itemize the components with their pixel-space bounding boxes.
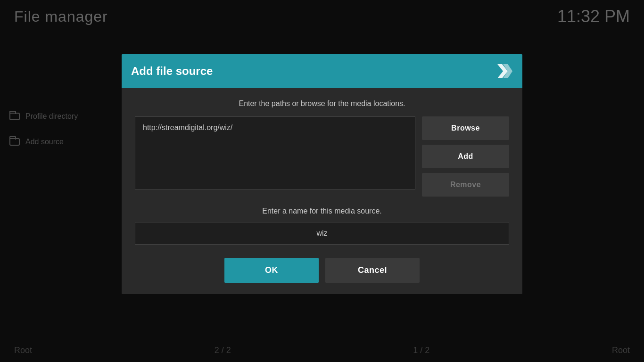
kodi-logo-icon bbox=[494, 62, 513, 81]
name-instruction: Enter a name for this media source. bbox=[135, 207, 509, 215]
cancel-button[interactable]: Cancel bbox=[325, 258, 420, 283]
dialog-instruction: Enter the paths or browse for the media … bbox=[135, 99, 509, 108]
url-row: Browse Add Remove bbox=[135, 116, 509, 197]
url-input[interactable] bbox=[135, 116, 415, 189]
dialog-header: Add file source bbox=[122, 54, 522, 88]
add-button[interactable]: Add bbox=[422, 145, 509, 168]
browse-button[interactable]: Browse bbox=[422, 116, 509, 140]
remove-button[interactable]: Remove bbox=[422, 173, 509, 197]
action-buttons: Browse Add Remove bbox=[422, 116, 509, 197]
dialog-body: Enter the paths or browse for the media … bbox=[122, 88, 522, 294]
name-input[interactable] bbox=[135, 222, 509, 245]
add-file-source-dialog: Add file source Enter the paths or brows… bbox=[122, 54, 522, 294]
ok-button[interactable]: OK bbox=[224, 258, 319, 283]
dialog-title: Add file source bbox=[131, 65, 213, 78]
bottom-buttons: OK Cancel bbox=[135, 258, 509, 283]
